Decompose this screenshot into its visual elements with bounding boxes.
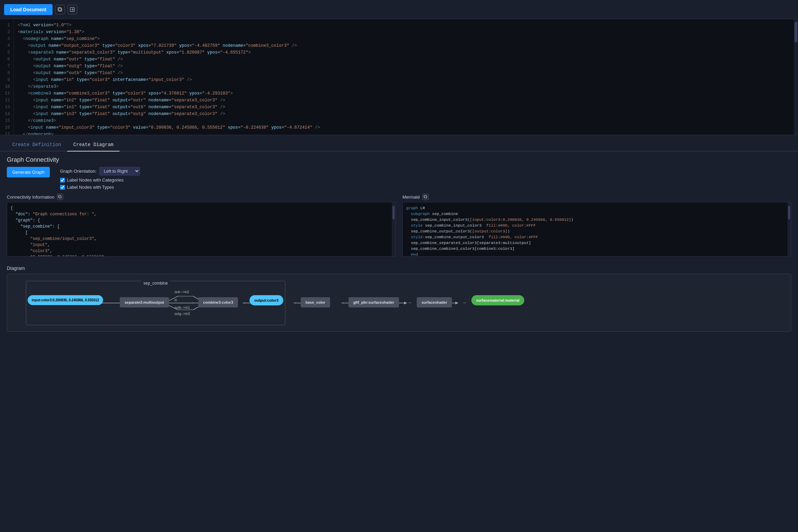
connectivity-scrollbar-thumb [393,206,395,219]
mermaid-header: Mermaid [402,194,791,200]
arrow-6: → [408,300,411,305]
diagram-label: Diagram [7,265,791,271]
mermaid-scrollbar-thumb [788,206,790,219]
code-scrollbar[interactable] [794,19,798,135]
connectivity-panel: Connectivity Information { "doc": "Graph… [7,194,396,262]
mermaid-label: Mermaid [402,195,420,200]
mermaid-panel: Mermaid graph LR subgraph sep_combine se… [402,194,791,262]
node-output-color3: output:color3 [250,295,283,305]
generate-graph-button[interactable]: Generate Graph [7,167,50,177]
mermaid-content[interactable]: graph LR subgraph sep_combine sep_combin… [402,202,791,257]
arrow-4: → [293,300,296,305]
subgraph-label: sep_combine [141,281,170,286]
mermaid-scrollbar[interactable] [787,202,791,256]
label-types-row: Label Nodes with Types [60,185,140,190]
diagram-section: Diagram sep_combine [0,262,798,335]
node-separate3: separate3:multioutput [120,297,169,307]
node-combine3: combine3:color3 [198,297,238,307]
arrow-7: → [463,300,466,305]
label-categories-checkbox[interactable] [60,178,65,183]
section-title: Graph Connectivity [0,152,798,167]
orientation-row: Graph Orientation: Left to Right Top to … [60,167,140,175]
orientation-label: Graph Orientation: [60,169,97,174]
tab-create-definition[interactable]: Create Definition [6,139,67,152]
svg-rect-6 [425,196,427,198]
arrow-5: → [341,300,344,305]
arrow-1: → [99,300,101,305]
orientation-select[interactable]: Left to Right Top to Bottom [99,167,140,175]
label-types-checkbox[interactable] [60,185,65,190]
arrow-3: → [243,300,245,305]
svg-rect-7 [424,195,426,198]
connectivity-header: Connectivity Information [7,194,396,200]
node-base-color: base_color [301,297,330,307]
connectivity-label: Connectivity Information [7,195,54,200]
graph-connectivity-section: Graph Connectivity Generate Graph Graph … [0,152,798,335]
toolbar: Load Document [0,0,798,19]
mermaid-copy-icon[interactable] [423,194,429,200]
tabs-row: Create Definition Create Diagram [0,135,798,152]
graph-options: Graph Orientation: Left to Right Top to … [60,167,140,190]
code-panel: 12345 678910 1112131415 161718 <?xml ver… [0,19,798,135]
diagram-canvas: sep_combine outr-->in2 [7,274,791,332]
panels-row: Connectivity Information { "doc": "Graph… [0,194,798,262]
connectivity-content[interactable]: { "doc": "Graph connections for: ", "gra… [7,202,396,257]
node-surfacematerial: surfacematerial:material [471,295,524,305]
label-categories-row: Label Nodes with Categories [60,177,140,183]
line-numbers: 12345 678910 1112131415 161718 [0,19,14,135]
tab-create-diagram[interactable]: Create Diagram [67,139,120,152]
code-content[interactable]: <?xml version="1.0"?> <materialx version… [14,19,794,135]
connectivity-scrollbar[interactable] [392,202,395,256]
node-surfaceshader: surfaceshader [417,297,452,307]
load-document-button[interactable]: Load Document [4,4,53,15]
label-types-text: Label Nodes with Types [67,185,114,190]
copy-icon-1[interactable] [55,5,65,14]
connectivity-text: { "doc": "Graph connections for: ", "gra… [7,202,392,256]
node-input-color3: input:color3:0.200836, 0.245866, 0.55501… [28,295,103,305]
label-categories-text: Label Nodes with Categories [67,177,124,183]
svg-rect-4 [59,196,61,198]
svg-rect-5 [58,195,61,198]
node-gltf-pbr: gltf_pbr:surfaceshader [348,297,399,307]
export-icon[interactable] [68,5,77,14]
mermaid-text: graph LR subgraph sep_combine sep_combin… [403,202,787,256]
code-scrollbar-thumb [795,22,797,42]
arrow-2: → [191,300,194,305]
connectivity-copy-icon[interactable] [57,194,63,200]
controls-row: Generate Graph Graph Orientation: Left t… [0,167,798,194]
